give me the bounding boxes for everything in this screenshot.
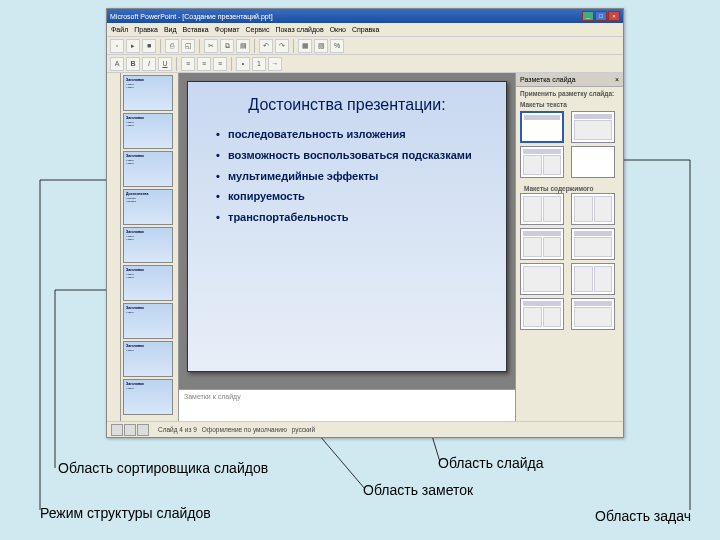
numbering-icon[interactable]: 1 (252, 57, 266, 71)
task-pane[interactable]: Разметка слайда × Применить разметку сла… (515, 73, 623, 421)
view-buttons (111, 424, 149, 436)
task-close-icon[interactable]: × (615, 76, 619, 83)
close-button[interactable]: × (608, 11, 620, 21)
new-icon[interactable]: ▫ (110, 39, 124, 53)
slide-thumb-2[interactable]: Заголовок• текст• текст (123, 113, 173, 149)
print-icon[interactable]: ⎙ (165, 39, 179, 53)
bullet-1[interactable]: последовательность изложения (216, 128, 484, 142)
slide-thumb-7[interactable]: Заголовок• текст (123, 303, 173, 339)
bold-icon[interactable]: B (126, 57, 140, 71)
task-section-content-layouts: Макеты содержимого (520, 182, 619, 193)
menu-tools[interactable]: Сервис (245, 26, 269, 33)
powerpoint-window: Microsoft PowerPoint - [Создание презент… (106, 8, 624, 438)
title-text: Microsoft PowerPoint - [Создание презент… (110, 13, 273, 20)
menu-file[interactable]: Файл (111, 26, 128, 33)
menu-help[interactable]: Справка (352, 26, 379, 33)
bullet-4[interactable]: копируемость (216, 190, 484, 204)
layout-two-col[interactable] (520, 146, 564, 178)
open-icon[interactable]: ▸ (126, 39, 140, 53)
copy-icon[interactable]: ⧉ (220, 39, 234, 53)
underline-icon[interactable]: U (158, 57, 172, 71)
status-lang: русский (292, 426, 315, 433)
status-slide-count: Слайд 4 из 9 (158, 426, 197, 433)
zoom-icon[interactable]: % (330, 39, 344, 53)
slide-thumb-6[interactable]: Заголовок• текст• текст (123, 265, 173, 301)
separator (231, 57, 232, 71)
layout-title-content[interactable] (571, 111, 615, 143)
align-center-icon[interactable]: ≡ (197, 57, 211, 71)
minimize-button[interactable]: _ (582, 11, 594, 21)
task-pane-title: Разметка слайда (520, 76, 576, 83)
callout-sorter: Область сортировщика слайдов (58, 460, 268, 476)
layout-c8[interactable] (571, 298, 615, 330)
slide-sorter-pane[interactable]: Заголовок• текст• текст Заголовок• текст… (121, 73, 179, 421)
save-icon[interactable]: ■ (142, 39, 156, 53)
maximize-button[interactable]: □ (595, 11, 607, 21)
slide-thumb-4[interactable]: Достоинства• послед• возмож (123, 189, 173, 225)
current-slide[interactable]: Достоинства презентации: последовательно… (187, 81, 507, 372)
layout-grid (520, 111, 619, 178)
normal-view-icon[interactable] (111, 424, 123, 436)
separator (254, 39, 255, 53)
menu-slideshow[interactable]: Показ слайдов (275, 26, 323, 33)
slide-thumb-3[interactable]: Заголовок• текст• текст (123, 151, 173, 187)
bullets-icon[interactable]: • (236, 57, 250, 71)
layout-c2[interactable] (571, 193, 615, 225)
callout-notes: Область заметок (363, 482, 473, 498)
callout-outline: Режим структуры слайдов (40, 505, 211, 521)
bullet-5[interactable]: транспортабельность (216, 211, 484, 225)
task-section-apply: Применить разметку слайда: (516, 87, 623, 98)
layout-blank[interactable] (571, 146, 615, 178)
menu-format[interactable]: Формат (215, 26, 240, 33)
slide-title[interactable]: Достоинства презентации: (210, 96, 484, 114)
slide-thumb-9[interactable]: Заголовок• текст (123, 379, 173, 415)
layout-c3[interactable] (520, 228, 564, 260)
slide-area: Достоинства презентации: последовательно… (179, 73, 515, 421)
toolbar-formatting: A B I U ≡ ≡ ≡ • 1 → (107, 55, 623, 73)
layout-c6[interactable] (571, 263, 615, 295)
bullet-2[interactable]: возможность воспользоваться подсказками (216, 149, 484, 163)
menu-window[interactable]: Окно (330, 26, 346, 33)
separator (176, 57, 177, 71)
layout-title[interactable] (520, 111, 564, 143)
window-controls: _ □ × (582, 11, 620, 21)
slide-thumb-1[interactable]: Заголовок• текст• текст (123, 75, 173, 111)
bullet-3[interactable]: мультимедийные эффекты (216, 170, 484, 184)
layout-grid-2 (520, 193, 619, 330)
font-icon[interactable]: A (110, 57, 124, 71)
slideshow-view-icon[interactable] (137, 424, 149, 436)
undo-icon[interactable]: ↶ (259, 39, 273, 53)
paste-icon[interactable]: ▤ (236, 39, 250, 53)
layout-c4[interactable] (571, 228, 615, 260)
separator (160, 39, 161, 53)
chart-icon[interactable]: ▦ (298, 39, 312, 53)
menu-insert[interactable]: Вставка (183, 26, 209, 33)
preview-icon[interactable]: ◱ (181, 39, 195, 53)
titlebar: Microsoft PowerPoint - [Создание презент… (107, 9, 623, 23)
slide-thumb-5[interactable]: Заголовок• текст• текст (123, 227, 173, 263)
layout-c1[interactable] (520, 193, 564, 225)
layout-c5[interactable] (520, 263, 564, 295)
menu-view[interactable]: Вид (164, 26, 177, 33)
align-right-icon[interactable]: ≡ (213, 57, 227, 71)
sorter-view-icon[interactable] (124, 424, 136, 436)
redo-icon[interactable]: ↷ (275, 39, 289, 53)
italic-icon[interactable]: I (142, 57, 156, 71)
slide-canvas[interactable]: Достоинства презентации: последовательно… (179, 73, 515, 389)
indent-icon[interactable]: → (268, 57, 282, 71)
workspace: Заголовок• текст• текст Заголовок• текст… (107, 73, 623, 421)
align-left-icon[interactable]: ≡ (181, 57, 195, 71)
layout-c7[interactable] (520, 298, 564, 330)
task-pane-header: Разметка слайда × (516, 73, 623, 87)
slide-bullets[interactable]: последовательность изложения возможность… (210, 128, 484, 225)
separator (293, 39, 294, 53)
cut-icon[interactable]: ✂ (204, 39, 218, 53)
slide-thumb-8[interactable]: Заголовок• текст (123, 341, 173, 377)
table-icon[interactable]: ▧ (314, 39, 328, 53)
callout-task: Область задач (595, 508, 691, 524)
notes-pane[interactable]: Заметки к слайду (179, 389, 515, 421)
outline-pane[interactable] (107, 73, 121, 421)
toolbar-standard: ▫ ▸ ■ ⎙ ◱ ✂ ⧉ ▤ ↶ ↷ ▦ ▧ % (107, 37, 623, 55)
menu-edit[interactable]: Правка (134, 26, 158, 33)
status-design: Оформление по умолчанию (202, 426, 287, 433)
